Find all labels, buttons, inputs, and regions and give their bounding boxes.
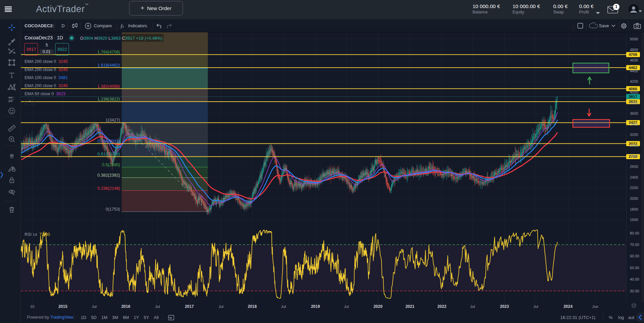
svg-text:70.00: 70.00 — [630, 243, 639, 247]
svg-text:2016: 2016 — [121, 304, 130, 309]
svg-text:4800: 4800 — [630, 48, 638, 52]
svg-text:1.236(3822): 1.236(3822) — [98, 97, 120, 102]
svg-text:2600: 2600 — [630, 165, 638, 169]
svg-text:2017: 2017 — [185, 304, 194, 309]
svg-text:2020: 2020 — [374, 304, 383, 309]
svg-text:2400: 2400 — [630, 175, 638, 179]
svg-text:Jul: Jul — [470, 304, 475, 309]
svg-text:1800: 1800 — [630, 207, 638, 211]
svg-text:4600: 4600 — [630, 58, 638, 62]
svg-text:0.5(2590): 0.5(2590) — [102, 163, 120, 167]
svg-text:1.382(4066): 1.382(4066) — [98, 84, 120, 89]
svg-text:2015: 2015 — [59, 304, 68, 309]
svg-text:2018: 2018 — [248, 304, 257, 309]
svg-text:3400: 3400 — [630, 122, 638, 126]
svg-text:Jul: Jul — [344, 304, 349, 309]
svg-text:4400: 4400 — [630, 69, 638, 73]
svg-text:3917: 3917 — [629, 95, 637, 99]
svg-text:0.618(2788): 0.618(2788) — [98, 152, 120, 156]
svg-text:3600: 3600 — [630, 111, 638, 115]
svg-text:Jul: Jul — [533, 304, 538, 309]
svg-text:2800: 2800 — [630, 154, 638, 158]
svg-text:3200: 3200 — [630, 133, 638, 137]
svg-text:60.00: 60.00 — [630, 254, 639, 258]
svg-text:4000: 4000 — [630, 90, 638, 94]
svg-text:3800: 3800 — [630, 101, 638, 105]
svg-text:Jul: Jul — [281, 304, 286, 309]
svg-text:30.00: 30.00 — [630, 289, 639, 293]
svg-text:2024: 2024 — [564, 304, 573, 309]
svg-text:1.618(4462): 1.618(4462) — [98, 63, 120, 68]
svg-text:Jul: Jul — [219, 304, 224, 309]
svg-text:2021: 2021 — [406, 304, 415, 309]
svg-text:0.236(2148): 0.236(2148) — [98, 186, 120, 191]
svg-text:0.382(2392): 0.382(2392) — [98, 173, 120, 178]
svg-text:0(1753): 0(1753) — [106, 207, 120, 212]
svg-text:1(3427): 1(3427) — [106, 118, 120, 122]
svg-text:50.00: 50.00 — [630, 266, 639, 270]
svg-text:80.00: 80.00 — [630, 231, 639, 235]
svg-text:10: 10 — [30, 304, 35, 309]
svg-text:2000: 2000 — [630, 196, 638, 201]
svg-text:0.764(3032): 0.764(3032) — [98, 139, 120, 144]
svg-text:3000: 3000 — [630, 143, 638, 147]
svg-text:2200: 2200 — [630, 186, 638, 190]
svg-text:4706: 4706 — [629, 52, 637, 57]
svg-text:1.764(4706): 1.764(4706) — [98, 50, 120, 55]
svg-text:2023: 2023 — [500, 304, 509, 309]
svg-text:2019: 2019 — [311, 304, 320, 309]
svg-text:5000: 5000 — [630, 37, 638, 41]
svg-text:1600: 1600 — [630, 218, 638, 222]
svg-text:Jul: Jul — [155, 304, 160, 309]
svg-text:Jul: Jul — [92, 304, 97, 309]
svg-text:40.00: 40.00 — [630, 277, 639, 281]
svg-text:Jun: Jun — [592, 304, 599, 309]
svg-text:2022: 2022 — [438, 304, 447, 309]
svg-text:4200: 4200 — [630, 79, 638, 83]
